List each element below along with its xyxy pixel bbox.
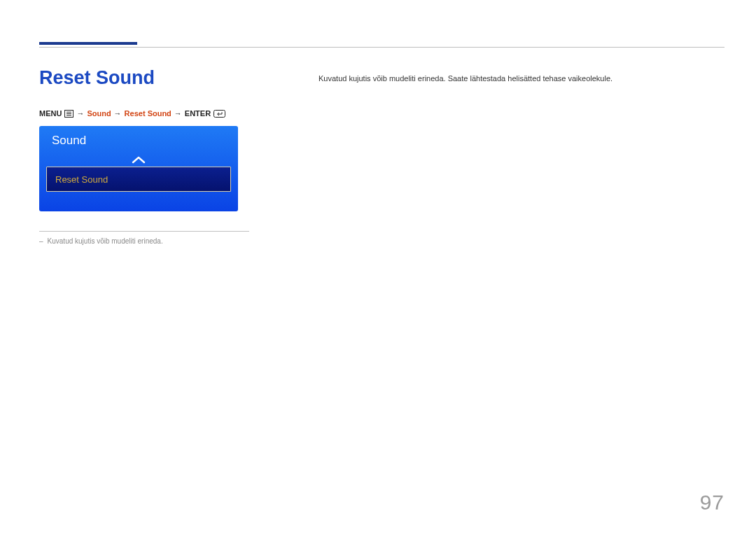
footnote: – Kuvatud kujutis võib mudeliti erineda.: [39, 237, 163, 245]
breadcrumb-sound: Sound: [87, 109, 111, 118]
page-number: 97: [700, 491, 724, 514]
footnote-rule: [39, 231, 249, 232]
menu-icon: [64, 110, 74, 118]
osd-panel-title: Sound: [52, 134, 86, 148]
osd-menu-item-reset-sound[interactable]: Reset Sound: [46, 167, 231, 192]
breadcrumb-arrow-2: →: [114, 109, 122, 118]
breadcrumb-arrow-1: →: [76, 109, 84, 118]
footnote-text: Kuvatud kujutis võib mudeliti erineda.: [48, 237, 163, 245]
enter-icon: [214, 110, 225, 118]
body-text: Kuvatud kujutis võib mudeliti erineda. S…: [318, 74, 612, 83]
osd-panel: Sound Reset Sound: [39, 126, 238, 211]
top-rule: [39, 47, 724, 48]
osd-menu-item-label: Reset Sound: [55, 174, 108, 185]
accent-bar: [39, 42, 137, 45]
breadcrumb-enter-label: ENTER: [185, 109, 211, 118]
breadcrumb-menu-label: MENU: [39, 109, 62, 118]
page-title: Reset Sound: [39, 67, 155, 89]
chevron-up-icon[interactable]: [132, 154, 146, 167]
breadcrumb-arrow-3: →: [174, 109, 182, 118]
footnote-dash: –: [39, 237, 43, 245]
breadcrumb-reset-sound: Reset Sound: [125, 109, 172, 118]
breadcrumb: MENU → Sound → Reset Sound → ENTER: [39, 109, 225, 118]
